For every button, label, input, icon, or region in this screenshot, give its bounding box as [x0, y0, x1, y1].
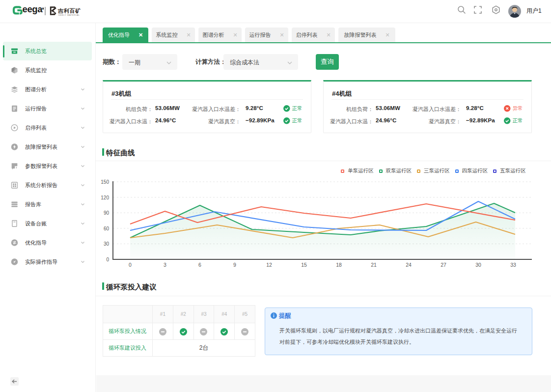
svg-text:60: 60 — [104, 226, 110, 231]
svg-text:吉利百矿: 吉利百矿 — [57, 8, 81, 14]
svg-text:33: 33 — [510, 262, 516, 268]
svg-text:15: 15 — [301, 262, 307, 268]
svg-text:27: 27 — [441, 262, 446, 268]
svg-text:0: 0 — [106, 257, 109, 262]
svg-text:18: 18 — [336, 262, 342, 268]
svg-text:150: 150 — [101, 179, 109, 185]
svg-text:120: 120 — [101, 195, 109, 200]
svg-text:24: 24 — [406, 262, 412, 268]
svg-text:30: 30 — [475, 262, 481, 268]
svg-text:90: 90 — [104, 210, 110, 216]
svg-text:21: 21 — [371, 262, 377, 268]
svg-text:GEELY MATERIAL: GEELY MATERIAL — [58, 14, 80, 16]
svg-text:0: 0 — [129, 262, 132, 268]
svg-text:eega: eega — [23, 4, 43, 14]
svg-text:3: 3 — [164, 262, 166, 268]
svg-text:30: 30 — [104, 241, 110, 247]
svg-text:9: 9 — [233, 262, 236, 268]
svg-text:12: 12 — [266, 262, 272, 268]
svg-text:6: 6 — [198, 262, 201, 268]
